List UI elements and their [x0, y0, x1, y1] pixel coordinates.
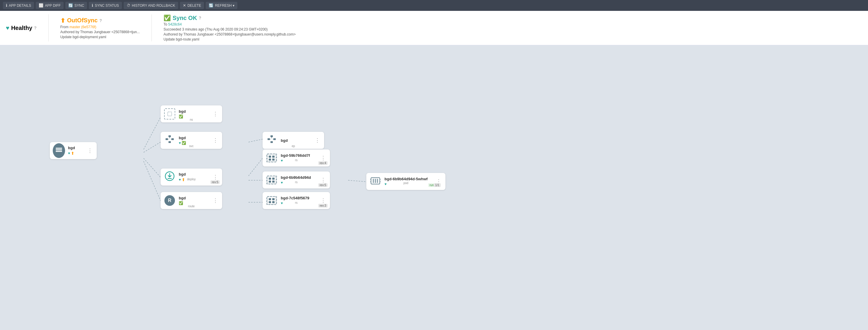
svg-rect-9 [56, 151, 62, 152]
svc-sync-icon: ✅ [182, 141, 186, 145]
ep-node[interactable]: bgd ⋮ ep [262, 132, 324, 149]
route-menu-button[interactable]: ⋮ [212, 197, 219, 204]
toolbar: ℹ APP DETAILS ⬜ APP DIFF 🔄 SYNC ℹ SYNC S… [0, 0, 868, 11]
sync-button[interactable]: 🔄 SYNC [65, 2, 87, 9]
app-icon [53, 144, 65, 157]
sync-title: ⬆ OutOfSync ? [60, 17, 140, 24]
sync-from: From master (6e5776f) [60, 25, 140, 29]
app-diff-button[interactable]: ⬜ APP DIFF [36, 2, 64, 9]
svc-type-label: svc [189, 144, 194, 148]
svg-rect-10 [56, 149, 62, 150]
rs3-menu-button[interactable]: ⋮ [319, 197, 327, 204]
rs1-label-area: bgd-59b766dd7f ♥ [281, 153, 316, 163]
deploy-type-label: deploy [187, 177, 195, 181]
pod-count-badge: 1/1 [434, 183, 441, 187]
rs3-badge: rev:3 [318, 204, 328, 208]
delete-button[interactable]: ✕ DELETE [180, 2, 204, 9]
sync-branch-link[interactable]: master (6e5776f) [69, 25, 96, 29]
graph-canvas: bgd ♥ ⬆ ⋮ bgd ✅ ⋮ ns [0, 45, 868, 330]
svg-rect-32 [269, 156, 271, 158]
ns-label-area: bgd ✅ [179, 109, 209, 119]
route-health-icon: ✅ [179, 201, 183, 205]
svg-rect-11 [56, 148, 62, 148]
rs1-status: ♥ [281, 159, 316, 163]
sync-help-icon[interactable]: ? [99, 18, 102, 23]
health-help-icon[interactable]: ? [34, 26, 37, 30]
svc-node[interactable]: bgd ♥ ✅ ⋮ svc [161, 132, 222, 149]
svg-line-0 [144, 117, 161, 149]
svc-menu-button[interactable]: ⋮ [212, 137, 219, 143]
rs2-node[interactable]: bgd-6b9b64d94d ♥ ⋮ rev:5 rs [262, 171, 330, 189]
refresh-icon: 🔃 [209, 3, 213, 8]
rs2-label-area: bgd-6b9b64d94d ♥ [281, 175, 316, 185]
ns-menu-button[interactable]: ⋮ [212, 111, 219, 117]
refresh-button[interactable]: 🔃 REFRESH ▾ [206, 2, 237, 9]
last-sync-to: To 5428c64 [163, 22, 296, 26]
app-label-area: bgd ♥ ⬆ [68, 146, 83, 156]
pod-node[interactable]: bgd-6b9b64d94d-5whwf ♥ ⋮ running 1/1 pod [366, 173, 445, 190]
route-node[interactable]: R bgd ✅ ⋮ route [161, 192, 222, 209]
rs1-health-icon: ♥ [281, 159, 283, 163]
svg-line-2 [144, 158, 161, 177]
last-sync-message: Update bgd-route.yaml [163, 37, 296, 42]
deploy-badge: rev:5 [210, 180, 220, 184]
app-node[interactable]: bgd ♥ ⬆ ⋮ [50, 142, 97, 159]
rs2-icon [267, 175, 277, 184]
rs1-node[interactable]: bgd-59b766dd7f ♥ ⋮ rev:4 rs [262, 149, 330, 166]
svg-line-5 [248, 158, 262, 176]
rs2-type-label: rs [295, 181, 298, 184]
app-details-button[interactable]: ℹ APP DETAILS [3, 2, 34, 9]
info-icon: ℹ [6, 3, 7, 8]
last-sync-help-icon[interactable]: ? [199, 16, 201, 20]
svg-rect-35 [272, 159, 275, 161]
deploy-menu-button[interactable]: ⋮ [212, 174, 219, 180]
heart-icon: ♥ [6, 25, 9, 31]
route-label-area: bgd ✅ [179, 196, 209, 205]
sync-status-button[interactable]: ℹ SYNC STATUS [89, 2, 122, 9]
rs2-health-icon: ♥ [281, 181, 283, 185]
ns-icon [164, 108, 175, 119]
last-sync-title: ✅ Sync OK ? [163, 15, 296, 22]
ep-icon [267, 134, 277, 146]
pod-icon [370, 175, 381, 188]
svg-rect-36 [267, 176, 276, 184]
rs1-menu-button[interactable]: ⋮ [319, 155, 327, 161]
svg-rect-47 [372, 178, 379, 183]
app-menu-button[interactable]: ⋮ [86, 147, 94, 154]
rs3-status: ♥ [281, 201, 316, 205]
svg-rect-45 [272, 201, 275, 203]
deploy-health-icon: ♥ [179, 177, 181, 182]
rs1-type-label: rs [295, 159, 298, 162]
svg-rect-40 [272, 181, 275, 183]
ns-type-label: ns [190, 118, 193, 121]
diff-icon: ⬜ [39, 3, 43, 8]
history-rollback-button[interactable]: ⏱ HISTORY AND ROLLBACK [124, 2, 178, 9]
svc-health-icon: ♥ [179, 141, 181, 145]
last-sync-succeeded: Succeeded 3 minutes ago (Thu Aug 06 2020… [163, 27, 296, 31]
rs2-status: ♥ [281, 181, 316, 185]
rs2-menu-button[interactable]: ⋮ [319, 177, 327, 183]
deploy-icon [164, 171, 175, 184]
svg-rect-38 [272, 177, 275, 180]
ns-icon-wrap [163, 108, 176, 120]
svg-rect-39 [269, 181, 271, 183]
deploy-node[interactable]: bgd ♥ ⬆ ⋮ rev:5 deploy [161, 168, 222, 186]
svg-rect-41 [267, 197, 276, 204]
ns-node[interactable]: bgd ✅ ⋮ ns [161, 105, 222, 122]
sync-status-icon: ℹ [92, 3, 93, 8]
health-title: ♥ Healthy ? [6, 25, 37, 31]
app-stack-icon [53, 143, 65, 158]
svg-rect-21 [271, 135, 273, 137]
history-icon: ⏱ [127, 3, 130, 8]
svc-icon [164, 134, 175, 146]
rs3-node[interactable]: bgd-7c548f5679 ♥ ⋮ rev:3 rs [262, 192, 330, 209]
sync-author: Authored by Thomas Jungbauer <25078868+t… [60, 30, 140, 34]
app-sync-icon: ⬆ [71, 151, 74, 156]
ep-menu-button[interactable]: ⋮ [314, 137, 321, 143]
sync-icon: 🔄 [68, 3, 73, 8]
svc-icon-wrap [163, 134, 176, 146]
check-circle-icon: ✅ [163, 15, 171, 22]
svc-status: ♥ ✅ [179, 141, 209, 145]
svg-rect-34 [269, 159, 271, 161]
rs2-badge: rev:5 [318, 183, 328, 187]
